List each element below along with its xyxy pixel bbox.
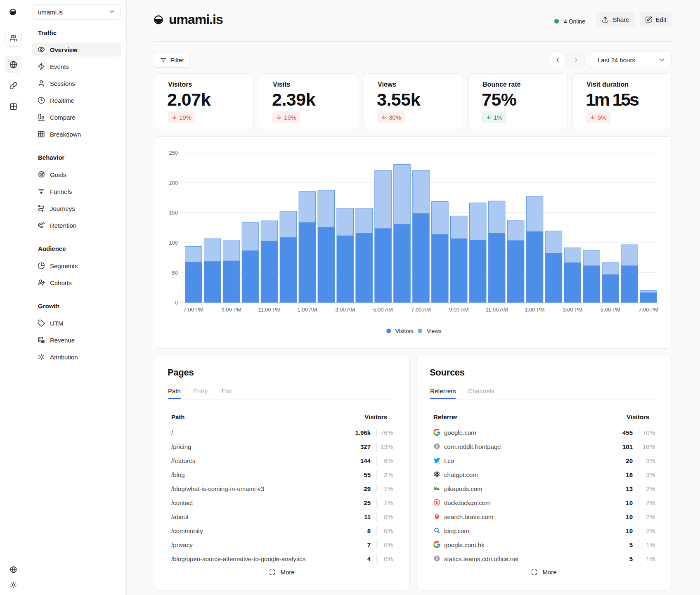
svg-text:50: 50 [172, 270, 178, 276]
svg-text:9:00 PM: 9:00 PM [221, 307, 241, 313]
svg-text:5:00 PM: 5:00 PM [601, 307, 620, 313]
svg-text:7:00 PM: 7:00 PM [639, 307, 658, 313]
svg-text:5:00 AM: 5:00 AM [373, 307, 393, 313]
svg-text:1:00 PM: 1:00 PM [525, 307, 544, 313]
svg-text:0: 0 [175, 300, 178, 306]
svg-text:9:00 AM: 9:00 AM [449, 307, 469, 313]
svg-text:250: 250 [169, 150, 178, 156]
svg-text:Views: Views [427, 328, 442, 334]
svg-text:11:00 AM: 11:00 AM [486, 307, 508, 313]
svg-text:100: 100 [169, 240, 178, 246]
svg-text:11:00 PM: 11:00 PM [258, 307, 281, 313]
svg-text:7:00 AM: 7:00 AM [411, 307, 431, 313]
svg-text:200: 200 [169, 180, 178, 186]
svg-text:Visitors: Visitors [395, 328, 414, 334]
svg-text:1:00 AM: 1:00 AM [297, 307, 317, 313]
svg-text:150: 150 [169, 210, 178, 216]
svg-text:3:00 AM: 3:00 AM [335, 307, 355, 313]
svg-text:7:00 PM: 7:00 PM [184, 307, 203, 313]
svg-text:3:00 PM: 3:00 PM [563, 307, 582, 313]
